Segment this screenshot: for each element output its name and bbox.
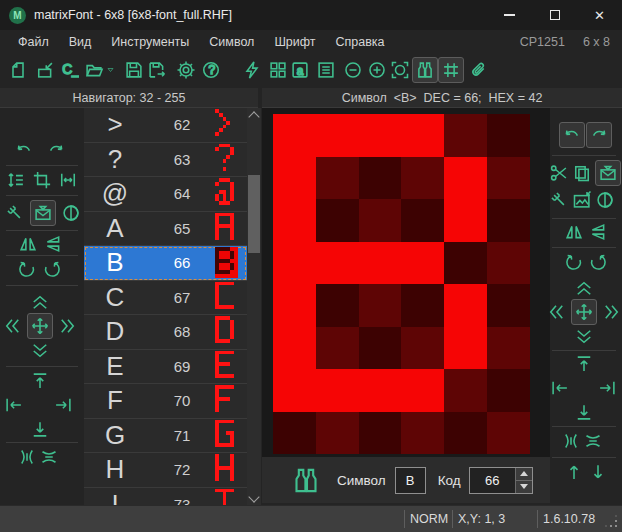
shift-left-icon[interactable] xyxy=(2,316,22,336)
contrast-icon[interactable] xyxy=(61,203,81,223)
resize-grip-icon[interactable] xyxy=(615,525,617,527)
pixel-cell[interactable] xyxy=(316,242,359,285)
list-scrollbar[interactable] xyxy=(247,108,261,505)
pixel-cell[interactable] xyxy=(401,157,444,200)
character-row[interactable]: ?63 xyxy=(84,143,247,178)
contrast-icon[interactable] xyxy=(595,190,615,210)
character-row[interactable]: @64 xyxy=(84,177,247,212)
row-down-icon[interactable] xyxy=(588,462,608,482)
menu-font[interactable]: Шрифт xyxy=(264,32,325,52)
character-row[interactable]: I73 xyxy=(84,488,247,506)
pixel-cell[interactable] xyxy=(401,114,444,157)
character-row[interactable]: F70 xyxy=(84,384,247,419)
align-left-icon[interactable] xyxy=(4,395,24,415)
pixel-cell[interactable] xyxy=(487,242,530,285)
codepage-button[interactable] xyxy=(56,57,82,83)
maximize-button[interactable] xyxy=(532,0,577,30)
pixel-cell[interactable] xyxy=(444,284,487,327)
align-bottom-icon[interactable] xyxy=(574,402,594,422)
pixel-cell[interactable] xyxy=(273,157,316,200)
close-button[interactable]: ✕ xyxy=(577,0,622,30)
pixel-cell[interactable] xyxy=(359,327,402,370)
collapse-width-icon[interactable] xyxy=(17,447,37,467)
paste-glyph-button[interactable] xyxy=(595,160,621,186)
shift-down-icon[interactable] xyxy=(30,341,50,361)
pixel-cell[interactable] xyxy=(401,327,444,370)
shift-down-icon[interactable] xyxy=(574,327,594,347)
pixel-cell[interactable] xyxy=(444,114,487,157)
menu-file[interactable]: Файл xyxy=(8,32,59,52)
pixel-cell[interactable] xyxy=(359,157,402,200)
rotate-right-icon[interactable] xyxy=(588,252,608,272)
attachment-button[interactable] xyxy=(466,57,492,83)
move-button[interactable] xyxy=(571,299,597,325)
brush-icon[interactable] xyxy=(549,190,569,210)
scroll-up-icon[interactable] xyxy=(248,111,259,122)
help-button[interactable] xyxy=(198,57,224,83)
pixel-cell[interactable] xyxy=(487,369,530,412)
pixel-cell[interactable] xyxy=(273,199,316,242)
pixel-cell[interactable] xyxy=(316,412,359,455)
flip-vertical-icon[interactable] xyxy=(588,222,608,242)
spin-down-button[interactable] xyxy=(516,480,532,493)
optimize-button[interactable] xyxy=(239,57,265,83)
pixel-cell[interactable] xyxy=(487,114,530,157)
pixel-cell[interactable] xyxy=(444,242,487,285)
align-top-icon[interactable] xyxy=(574,354,594,374)
pixel-cell[interactable] xyxy=(401,412,444,455)
pixel-cell[interactable] xyxy=(359,369,402,412)
pixel-cell[interactable] xyxy=(316,327,359,370)
flip-horizontal-icon[interactable] xyxy=(564,222,584,242)
zoom-out-button[interactable] xyxy=(340,57,366,83)
pixel-cell[interactable] xyxy=(401,284,444,327)
pixel-cell[interactable] xyxy=(444,157,487,200)
brush-icon[interactable] xyxy=(5,203,25,223)
move-button[interactable] xyxy=(27,313,53,339)
row-height-icon[interactable] xyxy=(6,170,26,190)
align-left-icon[interactable] xyxy=(550,378,570,398)
pixel-cell[interactable] xyxy=(273,114,316,157)
pixel-cell[interactable] xyxy=(316,157,359,200)
scrollbar-thumb[interactable] xyxy=(248,175,260,253)
shift-right-icon[interactable] xyxy=(602,302,622,322)
scroll-down-icon[interactable] xyxy=(248,491,259,502)
find-char-button[interactable] xyxy=(412,57,438,83)
character-row[interactable]: >62 xyxy=(84,108,247,143)
flip-vertical-icon[interactable] xyxy=(43,234,63,254)
rotate-left-icon[interactable] xyxy=(564,252,584,272)
symbol-input[interactable]: B xyxy=(395,467,426,494)
pixel-cell[interactable] xyxy=(359,412,402,455)
pixel-cell[interactable] xyxy=(359,114,402,157)
menu-symbol[interactable]: Символ xyxy=(199,32,264,52)
pixel-cell[interactable] xyxy=(316,369,359,412)
character-row[interactable]: G71 xyxy=(84,419,247,454)
new-document-button[interactable] xyxy=(5,57,31,83)
rotate-right-icon[interactable] xyxy=(42,259,62,279)
open-menu-button[interactable] xyxy=(104,65,116,75)
character-row[interactable]: E69 xyxy=(84,350,247,385)
collapse-height-icon[interactable] xyxy=(583,431,603,451)
paste-glyph-button[interactable] xyxy=(30,200,56,226)
pixel-cell[interactable] xyxy=(487,284,530,327)
menu-view[interactable]: Вид xyxy=(59,32,102,52)
pixel-cell[interactable] xyxy=(273,284,316,327)
undo-button[interactable] xyxy=(559,122,585,148)
toggle-grid-button[interactable] xyxy=(438,57,464,83)
pixel-cell[interactable] xyxy=(316,114,359,157)
pixel-cell[interactable] xyxy=(359,284,402,327)
spin-up-button[interactable] xyxy=(516,468,532,480)
pixel-cell[interactable] xyxy=(401,199,444,242)
pixel-cell[interactable] xyxy=(273,242,316,285)
character-row[interactable]: C67 xyxy=(84,281,247,316)
pixel-cell[interactable] xyxy=(401,369,444,412)
pixel-cell[interactable] xyxy=(359,199,402,242)
import-font-button[interactable] xyxy=(32,57,58,83)
save-font-as-button[interactable] xyxy=(144,57,170,83)
pixel-cell[interactable] xyxy=(359,242,402,285)
char-preview-button[interactable] xyxy=(287,57,313,83)
pixel-cell[interactable] xyxy=(487,199,530,242)
character-row[interactable]: B66 xyxy=(84,246,247,281)
insert-image-icon[interactable] xyxy=(572,190,592,210)
flip-horizontal-icon[interactable] xyxy=(18,234,38,254)
character-row[interactable]: A65 xyxy=(84,212,247,247)
